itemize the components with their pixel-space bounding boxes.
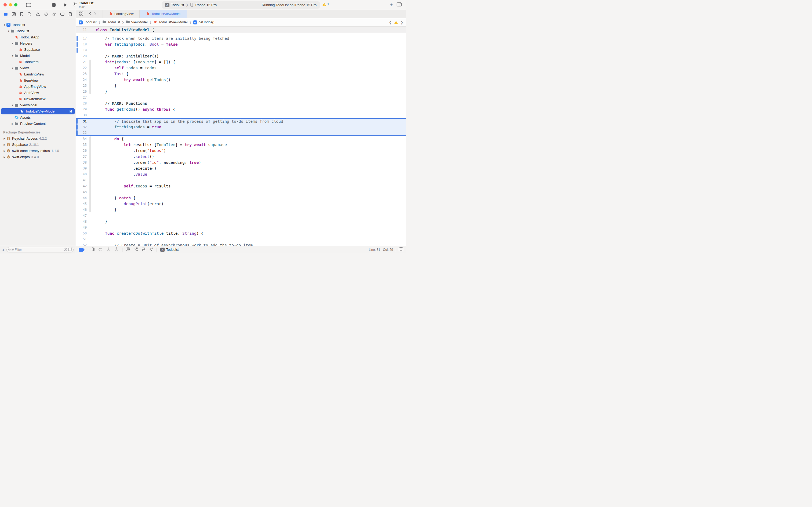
code-line-49[interactable]: 49 [76,225,406,230]
filter-menu-icon[interactable] [8,247,14,252]
code-line-29[interactable]: 29 func getTodos() async throws { [76,106,406,112]
breakpoints-toggle-icon[interactable] [79,248,84,251]
tree-item-todolistapp[interactable]: TodoListApp [0,34,76,40]
find-icon[interactable] [27,12,32,16]
disclosure-open-icon[interactable]: ▼ [11,55,14,57]
breadcrumb-item-todolistviewmodel[interactable]: TodoListViewModel [153,20,187,25]
reports-icon[interactable] [68,12,72,16]
code-line-22[interactable]: 22 self.todos = todos [76,65,406,71]
pause-icon[interactable] [92,247,95,252]
disclosure-open-icon[interactable]: ▼ [7,30,10,33]
editor-tab-todolistviewmodel[interactable]: TodoListViewModel [139,10,186,18]
environment-overrides-icon[interactable] [141,247,146,252]
filter-input[interactable] [15,248,63,251]
view-hierarchy-icon[interactable] [126,247,130,252]
code-line-19[interactable]: 19 [76,47,406,53]
recent-files-icon[interactable] [64,247,67,252]
tree-item-newitemview[interactable]: NewItemView [0,96,76,102]
tree-item-assets[interactable]: Assets [0,114,76,121]
code-line-11[interactable]: 11class TodoListViewModel { [76,26,406,33]
previous-issue-icon[interactable]: ❮ [389,20,392,24]
disclosure-open-icon[interactable]: ▼ [3,23,6,26]
scheme-name[interactable]: TodoList [171,3,184,7]
tree-item-swift-crypto[interactable]: ▶swift-crypto3.4.0 [0,154,76,160]
disclosure-closed-icon[interactable]: ▶ [3,144,6,146]
code-line-18[interactable]: 18 var fetchingTodos: Bool = false [76,41,406,47]
memory-graph-icon[interactable] [134,247,138,252]
code-line-50[interactable]: 50 func createToDo(withTitle title: Stri… [76,230,406,236]
code-line-51[interactable]: 51 [76,236,406,242]
code-line-17[interactable]: 17 // Track when to-do items are initial… [76,36,406,41]
code-line-48[interactable]: 48 } [76,219,406,225]
editor-only-mode-icon[interactable] [399,247,403,252]
code-line-52[interactable]: 52 // Create a unit of asynchronous work… [76,242,406,246]
add-file-button[interactable]: + [2,247,5,252]
tree-item-supabase[interactable]: Supabase [0,47,76,53]
tree-item-landingview[interactable]: LandingView [0,71,76,77]
code-line-37[interactable]: 37 .select() [76,154,406,160]
code-line-31[interactable]: 31 // Indicate that app is in the proces… [76,118,406,124]
zoom-window-button[interactable] [14,3,17,6]
code-line-16[interactable]: 16 [76,33,406,35]
debug-icon[interactable] [52,12,56,16]
tree-item-authview[interactable]: AuthView [0,90,76,96]
step-over-icon[interactable] [98,247,103,252]
running-app-name[interactable]: TodoList [166,248,179,251]
code-line-30[interactable]: 30 [76,112,406,118]
code-line-39[interactable]: 39 .execute() [76,165,406,171]
code-line-34[interactable]: 34 do { [76,136,406,142]
run-destination[interactable]: iPhone 15 Pro [195,3,217,7]
code-line-36[interactable]: 36 .from("todos") [76,148,406,154]
code-line-38[interactable]: 38 .order("id", ascending: true) [76,160,406,165]
sidebar-toggle-icon[interactable] [24,2,33,7]
simulate-location-icon[interactable] [149,247,153,252]
editor-tab-landingview[interactable]: LandingView [103,10,139,18]
run-button[interactable] [62,2,69,7]
disclosure-closed-icon[interactable]: ▶ [3,137,6,140]
code-line-28[interactable]: 28 // MARK: Functions [76,101,406,106]
tab-overview-icon[interactable] [79,11,83,16]
tree-item-viewmodel[interactable]: ▼ViewModel [0,102,76,108]
code-line-24[interactable]: 24 try await getTodos() [76,77,406,83]
tree-item-todolistviewmodel[interactable]: TodoListViewModelM [1,108,75,114]
code-line-42[interactable]: 42 self.todos = results [76,183,406,189]
disclosure-open-icon[interactable]: ▼ [11,42,14,45]
scheme-selector[interactable]: A TodoList ❯ iPhone 15 Pro Running TodoL… [162,1,320,9]
issues-icon[interactable] [36,12,40,16]
tree-item-swift-concurrency-extras[interactable]: ▶swift-concurrency-extras1.1.0 [0,148,76,154]
breakpoints-icon[interactable] [60,12,64,16]
tree-item-todolist[interactable]: ▼ATodoList [0,22,76,28]
right-panel-toggle-icon[interactable] [397,2,402,7]
disclosure-open-icon[interactable]: ▼ [11,67,14,69]
minimize-window-button[interactable] [9,3,12,6]
code-line-21[interactable]: 21 init(todos: [TodoItem] = []) { [76,59,406,65]
bookmarks-icon[interactable] [20,12,23,16]
code-line-23[interactable]: 23 Task { [76,71,406,77]
back-icon[interactable] [89,12,91,16]
project-navigator-icon[interactable] [4,12,8,16]
tree-item-helpers[interactable]: ▼Helpers [0,40,76,47]
tree-item-preview-content[interactable]: ▶Preview Content [0,121,76,127]
disclosure-closed-icon[interactable]: ▶ [11,122,14,125]
tree-item-model[interactable]: ▼Model [0,53,76,59]
code-line-25[interactable]: 25 } [76,83,406,89]
breadcrumb-item-viewmodel[interactable]: ViewModel [126,20,148,24]
source-editor[interactable]: 11class TodoListViewModel {1617 // Track… [76,26,406,246]
code-line-41[interactable]: 41 [76,177,406,183]
tree-item-todoitem[interactable]: TodoItem [0,59,76,65]
tree-item-itemview[interactable]: ItemView [0,77,76,83]
code-line-43[interactable]: 43 [76,189,406,195]
source-control-filter-icon[interactable] [68,247,72,252]
warning-icon[interactable] [394,21,398,24]
warning-badge[interactable]: 1 [322,2,329,6]
code-line-40[interactable]: 40 .value [76,171,406,177]
tree-item-views[interactable]: ▼Views [0,65,76,71]
tests-icon[interactable] [44,12,48,16]
code-line-45[interactable]: 45 debugPrint(error) [76,201,406,207]
plus-icon[interactable]: + [390,2,393,7]
code-line-46[interactable]: 46 } [76,207,406,213]
filter-field[interactable] [6,247,73,252]
tree-item-appentryview[interactable]: AppEntryView [0,83,76,90]
code-line-35[interactable]: 35 let results: [TodoItem] = try await s… [76,142,406,148]
code-line-26[interactable]: 26 } [76,89,406,95]
